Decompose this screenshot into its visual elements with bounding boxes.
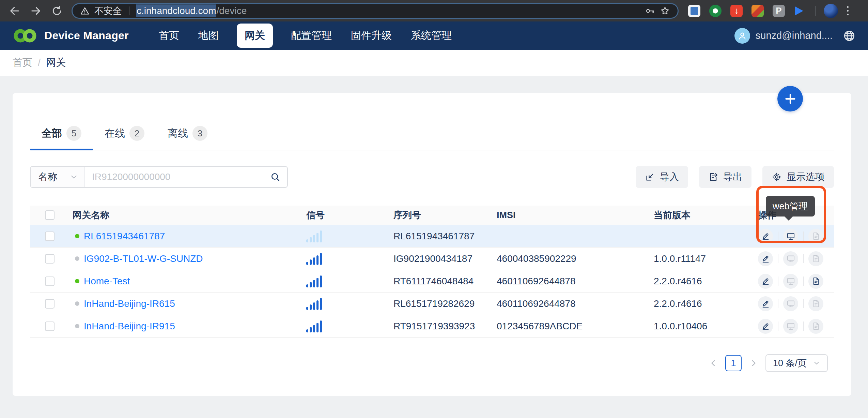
- imsi: 0123456789ABCDE: [497, 321, 654, 332]
- export-button[interactable]: 导出: [699, 166, 751, 188]
- table-toolbar: 名称 导入 导出: [30, 166, 834, 188]
- tab-all[interactable]: 全部 5: [30, 121, 93, 150]
- page-number[interactable]: 1: [725, 355, 742, 371]
- next-page-icon[interactable]: [749, 359, 758, 368]
- device-name-link[interactable]: Home-Test: [84, 276, 130, 287]
- not-secure-warning-icon: [80, 6, 90, 16]
- breadcrumb-current: 网关: [46, 56, 66, 70]
- browser-profile-avatar[interactable]: [824, 4, 838, 18]
- monitor-icon: [786, 299, 795, 308]
- table-row: InHand-Beijing-IR615 RL6151719282629 460…: [30, 293, 834, 315]
- device-name-link[interactable]: InHand-Beijing-IR615: [84, 298, 175, 309]
- menu-item-map[interactable]: 地图: [198, 29, 219, 43]
- main-menu: 首页 地图 网关 配置管理 固件升级 系统管理: [159, 29, 452, 43]
- pencil-icon: [761, 277, 770, 286]
- edit-button[interactable]: [758, 274, 773, 289]
- document-icon: [811, 232, 821, 241]
- select-all-checkbox[interactable]: [45, 210, 55, 220]
- row-checkbox[interactable]: [45, 232, 55, 241]
- bookmark-star-icon[interactable]: [660, 6, 670, 16]
- back-icon[interactable]: [9, 5, 20, 17]
- export-icon: [708, 172, 718, 182]
- app-navbar: Device Manager 首页 地图 网关 配置管理 固件升级 系统管理 s…: [0, 21, 868, 50]
- row-checkbox[interactable]: [45, 277, 55, 286]
- chevron-down-icon: [813, 359, 820, 367]
- url-text[interactable]: c.inhandcloud.com/device: [136, 5, 247, 16]
- breadcrumb: 首页 / 网关: [0, 50, 868, 76]
- row-checkbox[interactable]: [45, 254, 55, 264]
- edit-button[interactable]: [758, 251, 773, 266]
- device-name-link[interactable]: IG902-B-TL01-W-G-SUNZD: [84, 253, 203, 264]
- log-button: [808, 251, 823, 266]
- extension-green-circle-icon[interactable]: [709, 5, 722, 17]
- browser-menu-icon[interactable]: [847, 6, 849, 15]
- document-icon: [811, 322, 821, 331]
- prev-page-icon[interactable]: [709, 359, 718, 368]
- search-input[interactable]: [85, 167, 263, 187]
- url-divider: [129, 6, 129, 15]
- reload-icon[interactable]: [51, 5, 63, 17]
- serial-number: RT6111746048484: [393, 276, 497, 287]
- document-icon: [811, 254, 821, 263]
- status-dot-online: [75, 279, 79, 283]
- edit-button[interactable]: [758, 229, 773, 244]
- document-icon: [811, 277, 821, 286]
- search-icon: [270, 172, 280, 182]
- not-secure-label: 不安全: [94, 5, 122, 17]
- edit-button[interactable]: [758, 296, 773, 311]
- user-email[interactable]: sunzd@inhand....: [756, 30, 833, 41]
- extension-blue-arrow-icon[interactable]: [794, 5, 806, 17]
- extension-p-icon[interactable]: P: [773, 5, 785, 17]
- breadcrumb-home[interactable]: 首页: [13, 56, 32, 70]
- menu-item-gateway[interactable]: 网关: [237, 24, 273, 48]
- extension-fruit-icon[interactable]: [751, 5, 764, 17]
- table-row: Home-Test RT6111746048484 46011069264487…: [30, 270, 834, 293]
- tab-offline-count: 3: [192, 126, 207, 141]
- search-button[interactable]: [263, 167, 287, 187]
- add-gateway-button[interactable]: [777, 86, 803, 111]
- language-globe-icon[interactable]: [843, 29, 856, 42]
- row-actions: [758, 296, 834, 311]
- menu-item-firmware[interactable]: 固件升级: [351, 29, 392, 43]
- extension-download-icon[interactable]: ↓: [730, 5, 743, 17]
- pencil-icon: [761, 254, 770, 263]
- web-manage-tooltip: web管理: [766, 196, 815, 217]
- menu-item-home[interactable]: 首页: [159, 29, 179, 43]
- address-bar[interactable]: 不安全 c.inhandcloud.com/device: [72, 3, 679, 19]
- page-size-select[interactable]: 10 条/页: [765, 354, 828, 372]
- monitor-icon: [786, 254, 795, 263]
- chrome-divider: [815, 6, 816, 16]
- screen: 不安全 c.inhandcloud.com/device ↓ P Device …: [0, 0, 868, 418]
- web-manage-button[interactable]: [783, 229, 798, 244]
- import-icon: [645, 172, 655, 182]
- key-icon[interactable]: [645, 6, 655, 16]
- display-options-button[interactable]: 显示选项: [762, 166, 834, 188]
- page-body: 全部 5 在线 2 离线 3 名称: [0, 76, 868, 418]
- search-field-select[interactable]: 名称: [31, 167, 85, 187]
- table-row: RL6151943461787 RL6151943461787: [30, 225, 834, 248]
- extension-screenshot-icon[interactable]: [688, 5, 700, 17]
- edit-button[interactable]: [758, 319, 773, 334]
- row-actions: [758, 274, 834, 289]
- menu-item-system[interactable]: 系统管理: [411, 29, 452, 43]
- tab-offline[interactable]: 离线 3: [156, 121, 219, 150]
- device-name-link[interactable]: RL6151943461787: [84, 231, 165, 242]
- signal-icon: [306, 275, 393, 287]
- pencil-icon: [761, 299, 770, 308]
- search-group: 名称: [30, 166, 288, 188]
- tab-all-count: 5: [66, 126, 81, 141]
- pencil-icon: [761, 232, 770, 241]
- monitor-icon: [786, 232, 795, 241]
- log-button[interactable]: [808, 274, 823, 289]
- menu-item-config[interactable]: 配置管理: [291, 29, 332, 43]
- forward-icon[interactable]: [30, 5, 42, 17]
- tab-online[interactable]: 在线 2: [93, 121, 156, 150]
- import-button[interactable]: 导入: [636, 166, 688, 188]
- user-avatar[interactable]: [734, 28, 750, 44]
- row-checkbox[interactable]: [45, 299, 55, 309]
- row-checkbox[interactable]: [45, 322, 55, 331]
- navbar-right: sunzd@inhand....: [734, 28, 856, 44]
- tab-online-count: 2: [129, 126, 144, 141]
- app-title: Device Manager: [44, 29, 129, 42]
- device-name-link[interactable]: InHand-Beijing-IR915: [84, 321, 175, 332]
